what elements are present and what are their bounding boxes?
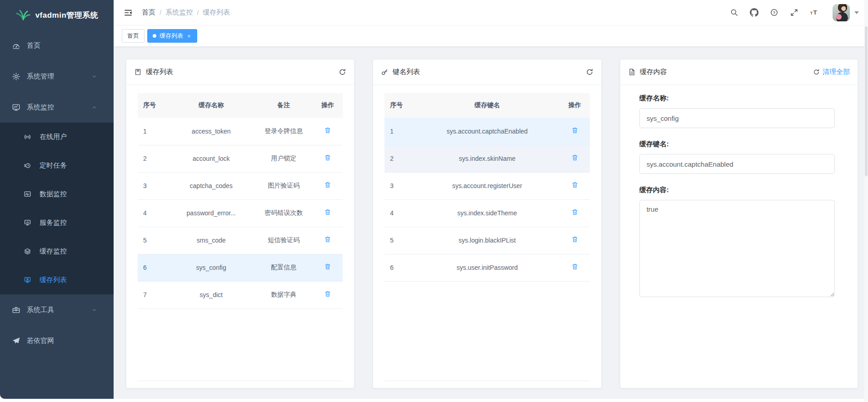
row-actions-cell	[313, 199, 343, 227]
trash-icon	[571, 181, 579, 189]
table-row[interactable]: 1sys.account.captchaEnabled	[384, 118, 589, 145]
cache-list-table-wrap: 序号缓存名称备注操作1access_token登录令牌信息2account_lo…	[138, 93, 343, 381]
fold-icon	[124, 8, 133, 17]
cache-name-input[interactable]	[639, 108, 835, 128]
fullscreen-button[interactable]	[790, 8, 798, 17]
cache-key-input[interactable]	[639, 154, 835, 174]
chevron-up-icon	[91, 104, 97, 110]
delete-key-button[interactable]	[571, 154, 579, 163]
table-row[interactable]: 3sys.account.registerUser	[384, 172, 589, 199]
cell-index: 6	[138, 254, 168, 281]
table-row[interactable]: 5sys.login.blackIPList	[384, 227, 589, 254]
table-row[interactable]: 6sys.user.initPassword	[384, 254, 589, 281]
delete-cache-button[interactable]	[324, 290, 331, 299]
sidebar-item-cache-list[interactable]: 缓存列表	[0, 266, 114, 294]
collapse-sidebar-button[interactable]	[124, 8, 133, 17]
delete-cache-button[interactable]	[324, 181, 331, 190]
github-icon	[750, 8, 758, 17]
content: 缓存列表 序号缓存名称备注操作1access_token登录令牌信息2accou…	[114, 47, 868, 399]
table-row[interactable]: 7sys_dict数据字典	[138, 281, 343, 308]
github-button[interactable]	[750, 8, 758, 17]
row-actions-cell	[560, 254, 590, 281]
table-row[interactable]: 4sys.index.sideTheme	[384, 199, 589, 227]
app-title: vfadmin管理系统	[35, 10, 99, 20]
sidebar-item-service-monitor[interactable]: 服务监控	[0, 208, 114, 237]
trash-icon	[324, 208, 331, 216]
delete-cache-button[interactable]	[324, 263, 331, 272]
trash-icon	[571, 208, 579, 216]
data-monitor-icon	[24, 190, 31, 198]
briefcase-icon	[12, 306, 20, 314]
delete-key-button[interactable]	[571, 236, 579, 245]
tag-active-dot	[153, 34, 156, 38]
layers-icon	[24, 248, 31, 255]
cell-remark: 配置信息	[254, 254, 313, 281]
font-size-button[interactable]: TT	[810, 8, 818, 17]
table-row[interactable]: 3captcha_codes图片验证码	[138, 172, 343, 199]
clear-all-button[interactable]: 清理全部	[813, 68, 850, 76]
delete-key-button[interactable]	[571, 127, 579, 136]
table-row[interactable]: 6sys_config配置信息	[138, 254, 343, 281]
close-tag-button[interactable]: ×	[186, 33, 192, 40]
table-row[interactable]: 5sms_code短信验证码	[138, 227, 343, 254]
tag-item[interactable]: 首页	[122, 29, 145, 43]
clear-all-label: 清理全部	[823, 68, 850, 76]
cache-content-textarea[interactable]	[639, 200, 835, 297]
column-header: 缓存键名	[414, 93, 559, 118]
sidebar-item-system-management[interactable]: 系统管理	[0, 61, 114, 92]
delete-cache-button[interactable]	[324, 236, 331, 245]
sidebar-item-scheduled-tasks[interactable]: 定时任务	[0, 151, 114, 180]
breadcrumb: 首页/系统监控/缓存列表	[142, 8, 230, 17]
breadcrumb-item[interactable]: 系统监控	[165, 8, 193, 17]
cache-name-label: 缓存名称:	[639, 94, 835, 103]
delete-cache-button[interactable]	[324, 208, 331, 218]
vertical-scrollbar[interactable]	[864, 0, 868, 402]
topbar: 首页/系统监控/缓存列表 ?TT	[114, 0, 868, 25]
topbar-action-icons: ?TT	[730, 8, 818, 17]
delete-key-button[interactable]	[571, 263, 579, 272]
sidebar-item-cache-monitor[interactable]: 缓存监控	[0, 237, 114, 266]
cell-index: 7	[138, 281, 168, 308]
breadcrumb-item[interactable]: 首页	[142, 8, 155, 17]
cell-name: sys_config	[168, 254, 254, 281]
cell-index: 2	[384, 145, 414, 172]
sidebar-item-home[interactable]: 首页	[0, 30, 114, 61]
sidebar-item-data-monitor[interactable]: 数据监控	[0, 180, 114, 208]
refresh-icon	[813, 69, 820, 75]
fullscreen-icon	[790, 8, 798, 17]
cell-key: sys.index.sideTheme	[414, 199, 559, 227]
table-row[interactable]: 1access_token登录令牌信息	[138, 118, 343, 145]
sidebar-item-system-tools[interactable]: 系统工具	[0, 294, 114, 325]
delete-key-button[interactable]	[571, 181, 579, 190]
delete-cache-button[interactable]	[324, 154, 331, 163]
question-button[interactable]: ?	[770, 8, 778, 17]
sidebar-item-system-monitor[interactable]: 系统监控	[0, 92, 114, 123]
cell-index: 1	[138, 118, 168, 145]
row-actions-cell	[560, 145, 590, 172]
sidebar-item-label: 系统管理	[27, 72, 54, 81]
topbar-actions: ?TT	[730, 4, 859, 21]
cell-remark: 数据字典	[254, 281, 313, 308]
table-row[interactable]: 2sys.index.skinName	[384, 145, 589, 172]
delete-cache-button[interactable]	[324, 127, 331, 136]
tag-active[interactable]: 缓存列表×	[147, 29, 197, 43]
scrollbar-thumb[interactable]	[865, 26, 868, 176]
refresh-key-list-button[interactable]	[586, 68, 594, 76]
sidebar-item-label: 系统工具	[27, 306, 54, 314]
cache-list-card-title: 缓存列表	[146, 68, 173, 76]
app-window: vfadmin管理系统 首页系统管理系统监控在线用户定时任务数据监控服务监控缓存…	[0, 0, 868, 399]
table-row[interactable]: 2account_lock用户锁定	[138, 145, 343, 172]
trash-icon	[324, 154, 331, 161]
row-actions-cell	[313, 172, 343, 199]
user-avatar-dropdown[interactable]	[833, 4, 859, 21]
column-header: 操作	[560, 93, 590, 118]
search-button[interactable]	[730, 8, 738, 17]
table-row[interactable]: 4password_error...密码错误次数	[138, 199, 343, 227]
logo[interactable]: vfadmin管理系统	[0, 0, 114, 30]
delete-key-button[interactable]	[571, 208, 579, 218]
sidebar-item-ruoyi-site[interactable]: 若依官网	[0, 325, 114, 356]
timer-icon	[24, 162, 31, 169]
sidebar-item-online-users[interactable]: 在线用户	[0, 123, 114, 151]
refresh-cache-list-button[interactable]	[339, 68, 346, 76]
cell-remark: 密码错误次数	[254, 199, 313, 227]
